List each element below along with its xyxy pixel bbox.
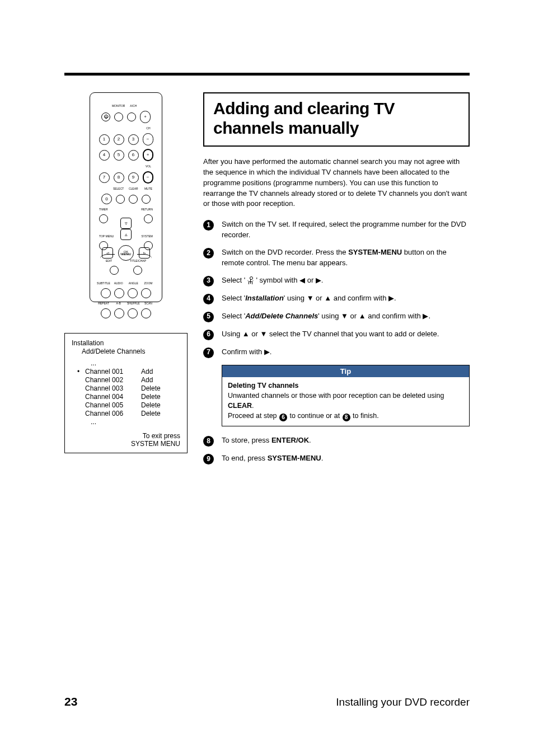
edit-button	[110, 266, 119, 275]
channel-row: • Channel 001 Add	[77, 368, 180, 376]
channel-row: Channel 003 Delete	[77, 384, 180, 393]
tip-box: Tip Deleting TV channels Unwanted channe…	[222, 365, 470, 427]
vol-up-button: +	[143, 149, 153, 161]
select-button	[116, 195, 125, 204]
remote-illustration: MONITORA/CH ⏻ + CH 1 2 3 − 4 5 6	[90, 92, 162, 302]
step-number-icon: 2	[203, 248, 214, 259]
intro-paragraph: After you have performed the automatic c…	[203, 157, 470, 209]
channel-row: Channel 002 Add	[77, 376, 180, 384]
step-number-icon: 1	[203, 220, 214, 231]
digit-3: 3	[128, 134, 139, 145]
osd-dots-bottom: ...	[91, 418, 180, 426]
step-text: Select 'Add/Delete Channels' using ▼ or …	[222, 311, 470, 322]
ch-down-button: −	[143, 133, 153, 145]
osd-screenbox: Installation Add/Delete Channels ... • C…	[64, 333, 188, 453]
step-number-icon: 8	[203, 436, 214, 447]
ab-button	[114, 308, 124, 318]
step-number-icon: 5	[203, 312, 214, 322]
step-6: 6 Using ▲ or ▼ select the TV channel tha…	[203, 329, 470, 340]
top-divider	[64, 73, 470, 76]
osd-title: Installation	[72, 339, 180, 348]
step-1: 1 Switch on the TV set. If required, sel…	[203, 219, 470, 241]
zoom-button	[141, 288, 151, 298]
step-text: Select 'Installation' using ▼ or ▲ and c…	[222, 293, 470, 304]
footer-section-title: Installing your DVD recorder	[336, 696, 470, 708]
inline-step-ref-icon: 8	[343, 414, 350, 421]
section-title-box: Adding and clearing TV channels manually	[203, 92, 470, 147]
step-text: Switch on the DVD recorder. Press the SY…	[222, 247, 470, 269]
ch-up-button: +	[140, 111, 151, 123]
clear-button	[129, 195, 138, 204]
dpad-down: ▿	[120, 218, 132, 229]
tip-body: Unwanted channels or those with poor rec…	[228, 392, 444, 410]
osd-exit-line1: To exit press	[72, 432, 180, 440]
step-3: 3 Select ' ' symbol with ◀ or ▶.	[203, 275, 470, 287]
standby-button: ⏻	[101, 112, 110, 121]
digit-1: 1	[99, 134, 110, 145]
channel-row: Channel 005 Delete	[77, 401, 180, 410]
digit-2: 2	[114, 134, 124, 145]
tip-title: Deleting TV channels	[228, 382, 298, 389]
step-5: 5 Select 'Add/Delete Channels' using ▼ o…	[203, 311, 470, 322]
monitor-button	[114, 112, 123, 121]
scan-button	[141, 308, 151, 318]
timer-button	[99, 214, 108, 223]
dpad-up: ▵	[120, 229, 132, 240]
step-4: 4 Select 'Installation' using ▼ or ▲ and…	[203, 293, 470, 304]
step-number-icon: 7	[203, 348, 214, 358]
page-number: 23	[64, 695, 77, 708]
mute-button	[142, 195, 151, 204]
digit-4: 4	[99, 150, 110, 161]
tip-heading: Tip	[222, 365, 469, 377]
step-text: To end, press SYSTEM-MENU.	[222, 453, 470, 464]
digit-9: 9	[128, 172, 139, 183]
titlechap-button	[133, 266, 142, 275]
digit-0: 0	[101, 194, 112, 204]
digit-7: 7	[99, 172, 110, 183]
osd-subtitle: Add/Delete Channels	[82, 348, 180, 356]
channel-row: Channel 006 Delete	[77, 410, 180, 418]
subtitle-button	[101, 288, 111, 298]
digit-5: 5	[114, 150, 124, 161]
step-9: 9 To end, press SYSTEM-MENU.	[203, 453, 470, 464]
step-number-icon: 9	[203, 454, 214, 464]
menu-label: MENU	[96, 252, 156, 256]
repeat-button	[101, 308, 111, 318]
step-text: To store, press ENTER/OK.	[222, 435, 470, 446]
channel-row: Channel 004 Delete	[77, 393, 180, 401]
person-icon	[247, 276, 254, 284]
avch-button	[127, 112, 136, 121]
osd-exit-line2: SYSTEM MENU	[72, 440, 180, 448]
inline-step-ref-icon: 6	[279, 414, 287, 421]
osd-dots-top: ...	[91, 359, 180, 368]
angle-button	[128, 288, 138, 298]
section-title: Adding and clearing TV channels manually	[213, 99, 460, 138]
digit-8: 8	[114, 172, 124, 183]
step-number-icon: 4	[203, 294, 214, 304]
tip-body-2: Proceed at step 6 to continue or at 8 to…	[228, 412, 379, 420]
step-number-icon: 6	[203, 330, 214, 340]
digit-6: 6	[128, 150, 139, 161]
audio-button	[114, 288, 124, 298]
step-2: 2 Switch on the DVD recorder. Press the …	[203, 247, 470, 269]
return-button	[144, 214, 153, 223]
vol-down-button: −	[143, 171, 153, 184]
step-number-icon: 3	[203, 276, 214, 287]
step-text: Select ' ' symbol with ◀ or ▶.	[222, 275, 470, 286]
step-text: Confirm with ▶.	[222, 347, 470, 358]
step-text: Using ▲ or ▼ select the TV channel that …	[222, 329, 470, 340]
step-text: Switch on the TV set. If required, selec…	[222, 219, 470, 241]
step-7: 7 Confirm with ▶.	[203, 347, 470, 358]
step-8: 8 To store, press ENTER/OK.	[203, 435, 470, 447]
shuffle-button	[128, 308, 138, 318]
